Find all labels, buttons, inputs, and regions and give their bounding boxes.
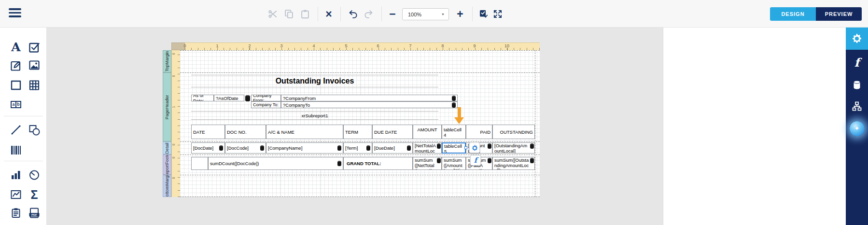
band-top-margin[interactable]: TopMargin (163, 50, 171, 72)
tool-label[interactable]: A (9, 40, 23, 54)
tool-export-pdf[interactable]: PDF (27, 206, 42, 220)
report-title-cell[interactable]: Outstanding Invoices (191, 75, 438, 87)
detail-cell-duedate[interactable]: [DueDate] (372, 142, 413, 154)
toolbar-separator (318, 7, 318, 21)
ruler-number: 9 (472, 43, 477, 48)
rail-report-explorer-button[interactable] (846, 95, 868, 117)
detail-cell-outstanding[interactable]: [OutstandingAmountLocal] (492, 142, 535, 154)
subreport-cell[interactable]: xrSubreport1 (191, 111, 438, 120)
header-cell-name[interactable]: A/C & NAME (266, 125, 343, 139)
detail-field: [CompanyName] (268, 145, 302, 151)
header-cell-amount[interactable]: AMOUNT (413, 125, 442, 139)
detail-cell-term[interactable]: [Term] (343, 142, 372, 154)
header-cell-date[interactable]: DATE (191, 125, 225, 139)
footer-cell-outstanding-sum[interactable]: sumSum([OutstandingAmountLocal]) (492, 157, 535, 170)
band-bottom-margin[interactable]: BottomMargin (163, 175, 171, 197)
expression-fx-button[interactable]: f (470, 155, 481, 166)
zoom-level-select[interactable]: 100% ▼ (402, 8, 449, 20)
zoom-in-button[interactable]: + (454, 8, 466, 20)
tool-table[interactable] (27, 78, 42, 92)
band-separator[interactable] (180, 175, 540, 175)
band-detail[interactable]: Detail (163, 141, 171, 155)
company-to-label-cell[interactable]: Company To: (251, 101, 281, 108)
band-report-footer[interactable]: ReportFooter (163, 155, 171, 175)
header-cell-paid[interactable]: PAID (466, 125, 492, 139)
validate-report-button[interactable] (477, 8, 490, 20)
ruler-number: 1 (214, 43, 220, 48)
rail-ai-assistant-button[interactable]: ✦ (846, 117, 868, 140)
tool-checkbox[interactable] (27, 40, 42, 54)
column-header: DUE DATE (374, 129, 397, 135)
tool-rich-text[interactable] (9, 58, 23, 72)
ruler-number: 3 (279, 43, 284, 48)
sparkle-icon: ✦ (854, 125, 859, 132)
ruler-number: 0 (172, 53, 175, 55)
detail-cell-amount[interactable]: [NetTotalAmountLocal] (413, 142, 442, 154)
as-of-date-label-cell[interactable]: As of Date: (191, 95, 214, 101)
rail-properties-button[interactable] (846, 28, 868, 50)
footer-cell-amount-sum[interactable]: sumSum([NetTotalAmountLocal]) (413, 157, 442, 170)
page-margin-line (535, 50, 535, 197)
tool-sparkline[interactable] (9, 187, 23, 202)
footer-expression: sumDCount([DocCode]) (210, 161, 259, 166)
footer-cell-doc-count[interactable]: sumDCount([DocCode]) (208, 157, 343, 170)
fullscreen-button[interactable] (491, 8, 504, 20)
zoom-out-button[interactable]: − (386, 8, 399, 20)
data-field-icon (437, 143, 441, 149)
design-tab-button[interactable]: DESIGN (770, 7, 816, 21)
detail-cell-doccode[interactable]: [DocCode] (225, 142, 266, 154)
header-cell-due-date[interactable]: DUE DATE (372, 125, 413, 139)
tool-panel[interactable] (9, 78, 23, 92)
scissors-icon (267, 9, 278, 19)
rail-field-list-button[interactable] (846, 74, 868, 96)
selection-resize-handle[interactable] (464, 146, 467, 149)
data-field-icon (452, 102, 456, 108)
delete-button[interactable]: × (322, 8, 335, 20)
footer-cell-empty[interactable] (191, 157, 208, 170)
company-from-label-cell[interactable]: Company From: (251, 95, 281, 101)
smart-tag-gear-button[interactable] (469, 142, 480, 153)
footer-cell-grand-total[interactable]: GRAND TOTAL: (343, 157, 413, 170)
hamburger-menu-button[interactable] (9, 8, 21, 19)
undo-button[interactable] (347, 8, 360, 20)
company-from-value-cell[interactable]: ?CompanyFrom (281, 95, 458, 101)
tool-chart[interactable] (9, 168, 23, 182)
detail-cell-tablecell5-selected[interactable]: tableCell5 (442, 142, 466, 154)
paste-button[interactable] (299, 8, 311, 20)
as-of-date-label: As of Date: (193, 95, 212, 101)
tool-shape[interactable] (27, 123, 42, 137)
tool-picture[interactable] (27, 58, 42, 72)
tool-clipboard[interactable] (9, 206, 23, 220)
redo-button[interactable] (362, 8, 375, 20)
footer-cell-tablecell4-sum[interactable]: sumSum([AmountLocalWise]) (442, 157, 466, 170)
band-separator[interactable] (180, 141, 540, 142)
tool-summary[interactable]: Σ (27, 187, 42, 202)
rail-expressions-button[interactable]: f (846, 52, 868, 74)
data-field-icon (488, 158, 491, 163)
pdf-icon: PDF (28, 207, 41, 219)
tool-character-comb[interactable]: ab (9, 97, 23, 112)
clipboard-icon (10, 207, 22, 219)
tool-barcode[interactable] (9, 143, 23, 157)
preview-tab-button[interactable]: PREVIEW (816, 7, 862, 21)
detail-cell-companyname[interactable]: [CompanyName] (266, 142, 343, 154)
header-cell-outstanding[interactable]: OUTSTANDING (492, 125, 535, 139)
header-cell-tablecell4[interactable]: tableCell4 (442, 125, 466, 139)
cut-button[interactable] (266, 8, 279, 20)
band-separator[interactable] (180, 155, 540, 155)
copy-button[interactable] (283, 8, 295, 20)
tool-gauge[interactable] (27, 168, 42, 182)
band-page-header[interactable]: PageHeader (163, 72, 171, 141)
header-cell-doc-no[interactable]: DOC NO. (225, 125, 266, 139)
as-of-date-value-cell[interactable]: ?AsOfDate (214, 95, 244, 101)
footer-expression: sumSum([NetTotalAmountLocal]) (415, 157, 435, 170)
toolbar-separator (340, 7, 341, 21)
tool-line[interactable] (9, 123, 23, 137)
company-to-value: ?CompanyTo (283, 102, 310, 108)
header-cell-term[interactable]: TERM (343, 125, 372, 139)
company-to-value-cell[interactable]: ?CompanyTo (281, 101, 458, 108)
data-field-icon (530, 143, 534, 149)
detail-cell-docdate[interactable]: [DocDate] (191, 142, 225, 154)
picture-icon (28, 59, 41, 71)
band-separator[interactable] (180, 72, 540, 73)
